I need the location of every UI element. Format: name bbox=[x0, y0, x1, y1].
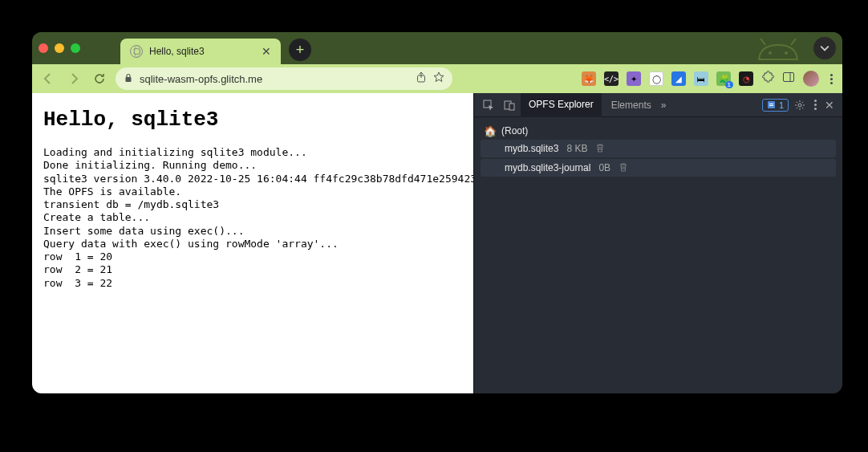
devtools-tab-opfs[interactable]: OPFS Explorer bbox=[521, 93, 602, 117]
window-zoom-button[interactable] bbox=[71, 43, 80, 53]
content-area: Hello, sqlite3 Loading and initializing … bbox=[32, 93, 842, 393]
globe-icon bbox=[130, 45, 143, 58]
android-icon bbox=[754, 35, 802, 63]
tab-label: OPFS Explorer bbox=[529, 99, 594, 110]
devtools-panel: OPFS Explorer Elements » 1 ✕ bbox=[473, 93, 842, 393]
browser-tab[interactable]: Hello, sqlite3 ✕ bbox=[120, 39, 281, 64]
opfs-tree: 🏠 (Root) mydb.sqlite38 KBmydb.sqlite3-jo… bbox=[474, 117, 842, 183]
devtools-close-button[interactable]: ✕ bbox=[821, 99, 838, 112]
extension-icon[interactable]: 🦊 bbox=[582, 71, 596, 86]
bookmark-star-icon[interactable] bbox=[433, 71, 444, 86]
more-tabs-icon[interactable]: » bbox=[661, 100, 667, 111]
tab-label: Elements bbox=[611, 100, 651, 111]
badge-count: 1 bbox=[779, 100, 784, 110]
window-close-button[interactable] bbox=[39, 43, 48, 53]
lock-icon bbox=[124, 71, 133, 86]
svg-line-3 bbox=[791, 39, 796, 45]
svg-point-14 bbox=[798, 104, 801, 107]
trash-icon[interactable] bbox=[595, 143, 605, 155]
tree-file-row[interactable]: mydb.sqlite3-journal0B bbox=[481, 159, 836, 177]
file-size: 0B bbox=[598, 162, 610, 173]
devtools-tab-elements[interactable]: Elements bbox=[603, 93, 659, 117]
window-minimize-button[interactable] bbox=[55, 43, 64, 53]
chrome-menu-button[interactable] bbox=[827, 74, 836, 84]
tab-close-button[interactable]: ✕ bbox=[262, 45, 271, 58]
svg-rect-10 bbox=[509, 104, 514, 110]
extension-icon[interactable]: 🧩1 bbox=[716, 71, 731, 86]
url-text: sqlite-wasm-opfs.glitch.me bbox=[140, 73, 409, 85]
extension-icon[interactable]: ✦ bbox=[627, 71, 641, 86]
devtools-settings-icon[interactable] bbox=[790, 96, 809, 115]
devtools-menu-button[interactable] bbox=[811, 100, 820, 110]
tree-root[interactable]: 🏠 (Root) bbox=[481, 122, 836, 140]
extension-icon[interactable]: ◯ bbox=[649, 71, 663, 86]
issues-badge[interactable]: 1 bbox=[762, 99, 789, 112]
address-bar[interactable]: sqlite-wasm-opfs.glitch.me bbox=[116, 67, 452, 90]
profile-avatar[interactable] bbox=[803, 71, 819, 87]
browser-window: Hello, sqlite3 ✕ + sqlite-wasm-opfs bbox=[32, 32, 842, 393]
side-panel-icon[interactable] bbox=[782, 71, 795, 87]
browser-toolbar: sqlite-wasm-opfs.glitch.me 🦊 </> ✦ ◯ ◢ 🛏… bbox=[32, 64, 842, 93]
extension-icons: 🦊 </> ✦ ◯ ◢ 🛏 🧩1 ◔ bbox=[582, 71, 836, 87]
file-name: mydb.sqlite3-journal bbox=[505, 162, 590, 173]
svg-point-1 bbox=[785, 51, 788, 55]
window-controls bbox=[39, 43, 80, 53]
trash-icon[interactable] bbox=[619, 162, 628, 174]
file-name: mydb.sqlite3 bbox=[505, 143, 558, 154]
extension-icon[interactable]: </> bbox=[604, 71, 619, 86]
svg-rect-6 bbox=[784, 73, 794, 82]
page-content: Hello, sqlite3 Loading and initializing … bbox=[32, 93, 473, 393]
reload-button[interactable] bbox=[90, 69, 109, 88]
tab-strip: Hello, sqlite3 ✕ + bbox=[32, 32, 842, 64]
console-output: Loading and initializing sqlite3 module.… bbox=[43, 146, 462, 290]
tree-file-row[interactable]: mydb.sqlite38 KB bbox=[481, 140, 836, 157]
svg-line-2 bbox=[761, 39, 765, 45]
house-icon: 🏠 bbox=[484, 125, 497, 137]
new-tab-button[interactable]: + bbox=[289, 39, 311, 61]
chrome-chevron-button[interactable] bbox=[813, 37, 836, 59]
tab-title: Hello, sqlite3 bbox=[149, 46, 255, 57]
devtools-tab-bar: OPFS Explorer Elements » 1 ✕ bbox=[474, 93, 842, 117]
extension-icon[interactable]: ◔ bbox=[739, 71, 753, 86]
svg-rect-12 bbox=[769, 104, 773, 104]
page-heading: Hello, sqlite3 bbox=[43, 108, 462, 132]
svg-rect-11 bbox=[768, 101, 775, 108]
device-toolbar-icon[interactable] bbox=[500, 96, 519, 115]
back-button[interactable] bbox=[39, 69, 58, 88]
extensions-puzzle-icon[interactable] bbox=[761, 71, 774, 87]
svg-rect-4 bbox=[126, 77, 132, 82]
svg-point-0 bbox=[769, 51, 772, 55]
forward-button[interactable] bbox=[64, 69, 83, 88]
file-size: 8 KB bbox=[566, 143, 587, 154]
root-label: (Root) bbox=[501, 125, 528, 136]
extension-icon[interactable]: 🛏 bbox=[694, 71, 708, 86]
share-icon[interactable] bbox=[416, 71, 427, 86]
svg-rect-13 bbox=[769, 105, 773, 106]
extension-icon[interactable]: ◢ bbox=[671, 71, 686, 86]
inspect-element-icon[interactable] bbox=[479, 96, 498, 115]
